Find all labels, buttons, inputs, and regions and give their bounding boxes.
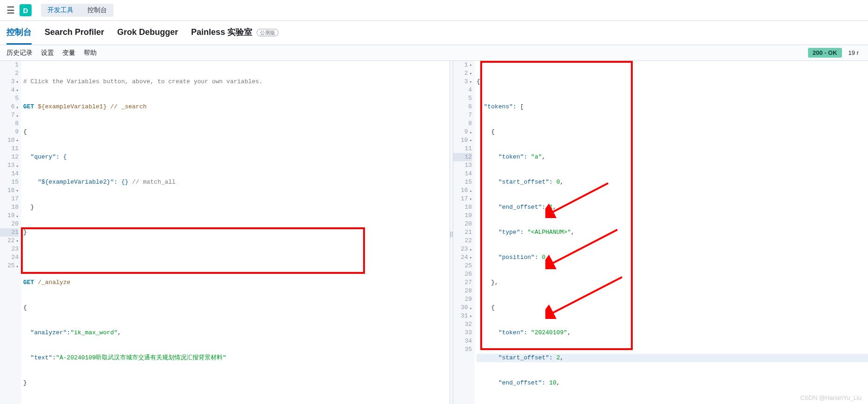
request-editor[interactable]: # Click the Variables button, above, to … — [21, 61, 450, 404]
toolbar-history[interactable]: 历史记录 — [7, 49, 33, 57]
response-viewer[interactable]: { "tokens": [ { "token": "a", "start_off… — [475, 61, 868, 404]
left-gutter: 123▾ 4▾56▴ 7▴89 10▾1112 13▴1415 16▾1718 … — [0, 61, 21, 404]
status-badge: 200 - OK — [808, 48, 842, 58]
toolbar-help[interactable]: 帮助 — [84, 49, 97, 57]
beta-badge: 公测版 — [257, 29, 278, 36]
app-header: ☰ D 开发工具 控制台 — [0, 0, 868, 21]
toolbar-variables[interactable]: 变量 — [62, 49, 75, 57]
watermark: CSDN @HananYu_Liu — [800, 394, 861, 401]
panel-divider[interactable]: || — [450, 61, 453, 404]
toolbar: 历史记录 设置 变量 帮助 200 - OK 19 r — [0, 45, 868, 61]
status-time: 19 r — [846, 48, 861, 58]
tab-console[interactable]: 控制台 — [7, 21, 32, 45]
breadcrumb: 开发工具 控制台 — [41, 4, 113, 17]
tab-search-profiler[interactable]: Search Profiler — [45, 22, 104, 44]
main-area: 123▾ 4▾56▴ 7▴89 10▾1112 13▴1415 16▾1718 … — [0, 61, 868, 404]
right-gutter: 1▾2▾3▾ 45678 9▴10▾11 12131415 16▴17▾18 1… — [453, 61, 475, 404]
app-logo[interactable]: D — [20, 4, 32, 16]
menu-icon[interactable]: ☰ — [7, 5, 15, 16]
breadcrumb-devtools[interactable]: 开发工具 — [41, 4, 80, 17]
response-panel[interactable]: 1▾2▾3▾ 45678 9▴10▾11 12131415 16▴17▾18 1… — [453, 61, 868, 404]
tab-painless[interactable]: Painless 实验室 公测版 — [191, 21, 278, 45]
toolbar-settings[interactable]: 设置 — [41, 49, 54, 57]
request-panel[interactable]: 123▾ 4▾56▴ 7▴89 10▾1112 13▴1415 16▾1718 … — [0, 61, 450, 404]
tabs: 控制台 Search Profiler Grok Debugger Painle… — [0, 21, 868, 45]
tab-grok-debugger[interactable]: Grok Debugger — [117, 22, 178, 44]
breadcrumb-console: 控制台 — [79, 4, 113, 17]
